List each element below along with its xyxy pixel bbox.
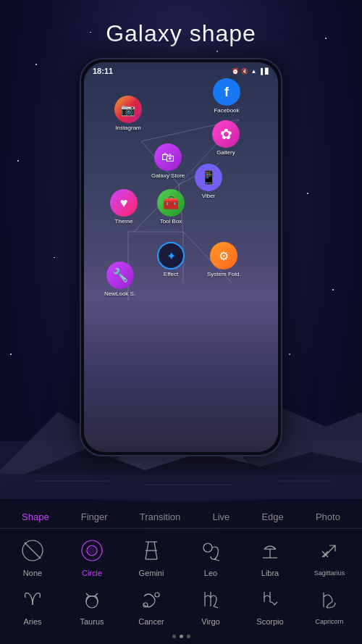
app-label-theme: Theme <box>115 218 133 225</box>
shape-scorpio-icon <box>254 583 286 615</box>
shape-libra[interactable]: Libra <box>248 535 292 577</box>
svg-rect-5 <box>0 474 362 499</box>
shape-libra-label: Libra <box>261 569 279 577</box>
app-icon-systemfold[interactable]: ⚙ System Fold. <box>207 242 241 277</box>
shape-gemini[interactable]: Gemini <box>130 535 173 577</box>
shape-sagittarius-icon <box>313 535 345 567</box>
battery-icon: ▊ <box>265 68 269 75</box>
shape-leo-icon <box>195 535 227 566</box>
shape-taurus-label: Taurus <box>80 617 104 626</box>
signal-icon: ▐ <box>258 68 263 75</box>
dot-3[interactable] <box>187 635 190 638</box>
app-icon-gallery[interactable]: ✿ Gallery <box>212 120 240 156</box>
tabs-row: Shape Finger Transition Live Edge Photo <box>0 501 362 529</box>
svg-point-28 <box>203 543 212 552</box>
shape-circle-icon <box>76 535 108 566</box>
app-icon-facebook[interactable]: f Facebook <box>213 78 240 114</box>
shape-leo[interactable]: Leo <box>189 535 232 577</box>
tab-shape[interactable]: Shape <box>19 510 52 524</box>
status-time: 18:11 <box>93 67 113 75</box>
svg-line-38 <box>95 593 98 596</box>
tab-live[interactable]: Live <box>209 510 232 524</box>
tab-transition[interactable]: Transition <box>137 510 184 524</box>
tab-finger[interactable]: Finger <box>78 510 111 524</box>
phone-screen: 18:11 ⏰ 🔇 ▲ ▐ ▊ <box>84 62 278 452</box>
svg-line-33 <box>324 545 335 557</box>
app-icon-instagram[interactable]: 📷 Instagram <box>114 96 142 131</box>
tab-photo[interactable]: Photo <box>313 510 343 524</box>
shape-none-icon <box>17 535 49 566</box>
shape-aries[interactable]: Aries <box>11 583 54 626</box>
svg-point-36 <box>86 596 98 608</box>
shape-capricorn[interactable]: Capricorn <box>308 584 351 625</box>
tab-edge[interactable]: Edge <box>258 510 286 524</box>
phone-frame: 18:11 ⏰ 🔇 ▲ ▐ ▊ <box>80 58 282 456</box>
shape-aries-label: Aries <box>23 617 41 626</box>
dot-2[interactable] <box>180 635 183 638</box>
app-icon-viber[interactable]: 📱 Viber <box>195 164 222 199</box>
shape-circle[interactable]: Circle <box>70 535 114 577</box>
shape-sagittarius[interactable]: Sagittarius <box>308 535 351 577</box>
svg-line-37 <box>86 593 89 596</box>
wifi-icon: ▲ <box>251 68 256 75</box>
svg-line-43 <box>214 606 218 608</box>
shape-none[interactable]: None <box>11 535 54 577</box>
pagination-dots <box>0 632 362 644</box>
app-label-viber: Viber <box>202 193 216 199</box>
svg-line-29 <box>214 559 219 561</box>
shape-sagittarius-label: Sagittarius <box>314 569 345 577</box>
svg-point-22 <box>87 545 97 556</box>
app-label-gallery: Gallery <box>216 149 235 156</box>
app-label-systemfold: System Fold. <box>207 271 241 277</box>
shape-taurus[interactable]: Taurus <box>70 583 114 626</box>
app-label-facebook: Facebook <box>214 107 239 114</box>
shape-scorpio-label: Scorpio <box>256 617 283 626</box>
shape-aries-icon <box>17 583 49 615</box>
status-icons: ⏰ 🔇 ▲ ▐ ▊ <box>232 68 269 75</box>
app-icon-theme[interactable]: ♥ Theme <box>110 189 138 225</box>
shape-cancer-label: Cancer <box>138 617 164 626</box>
shape-virgo-label: Virgo <box>201 617 219 626</box>
shape-capricorn-label: Capricorn <box>315 618 343 625</box>
app-label-effect: Effect <box>164 271 178 277</box>
shape-virgo[interactable]: Virgo <box>189 583 232 626</box>
app-label-galaxy-store: Galaxy Store <box>151 172 185 179</box>
app-label-instagram: Instagram <box>115 125 141 131</box>
shape-gemini-label: Gemini <box>139 569 164 577</box>
app-icon-effect[interactable]: ✦ Effect <box>157 242 185 277</box>
app-icon-toolbox[interactable]: 🧰 Tool Box <box>157 189 185 225</box>
shapes-row-2: Aries Taurus Canc <box>0 580 362 632</box>
app-icon-newlooks[interactable]: 🔧 NewLook S. <box>104 262 135 297</box>
shape-leo-label: Leo <box>204 569 217 577</box>
shape-none-label: None <box>23 569 42 577</box>
shape-cancer[interactable]: Cancer <box>130 583 173 626</box>
bottom-tabs-panel: Shape Finger Transition Live Edge Photo … <box>0 501 362 644</box>
app-icon-galaxy-store[interactable]: 🛍 Galaxy Store <box>151 143 185 179</box>
app-label-newlooks: NewLook S. <box>104 290 135 297</box>
app-label-toolbox: Tool Box <box>160 218 182 225</box>
shape-virgo-icon <box>195 583 227 615</box>
status-bar: 18:11 ⏰ 🔇 ▲ ▐ ▊ <box>84 62 278 80</box>
shapes-row-1: None Circle Gemin <box>0 529 362 580</box>
svg-point-39 <box>155 593 159 597</box>
alarm-icon: ⏰ <box>232 68 239 75</box>
page-title: Galaxy shape <box>0 20 362 47</box>
shape-scorpio[interactable]: Scorpio <box>248 583 292 626</box>
shape-cancer-icon <box>135 583 167 615</box>
shape-gemini-icon <box>135 535 167 566</box>
shape-circle-label: Circle <box>82 569 102 577</box>
shape-taurus-icon <box>76 583 108 615</box>
mute-icon: 🔇 <box>241 68 248 75</box>
dot-1[interactable] <box>172 635 176 638</box>
shape-libra-icon <box>254 535 286 566</box>
svg-line-20 <box>25 543 41 559</box>
shape-capricorn-icon <box>313 584 345 616</box>
